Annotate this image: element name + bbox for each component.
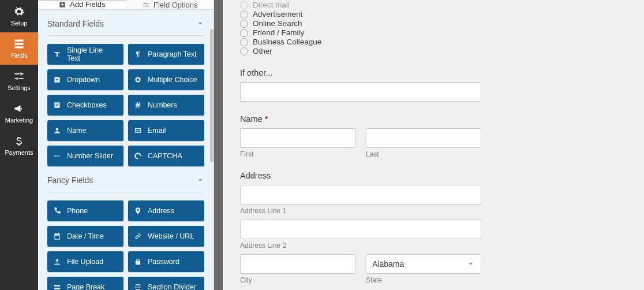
chevron-down-icon (467, 260, 475, 268)
sub-label: First (240, 150, 355, 158)
nav-fields[interactable]: Fields (0, 32, 38, 65)
field-button[interactable]: Dropdown (47, 69, 123, 90)
field-button[interactable]: Page Break (47, 277, 123, 290)
section-header[interactable]: Standard Fields (47, 18, 204, 36)
sub-label: Address Line 2 (240, 241, 481, 250)
last-name-input[interactable] (366, 128, 481, 148)
field-label: Number Slider (67, 152, 113, 160)
field-grid: Single Line TextParagraph TextDropdownMu… (47, 44, 204, 166)
field-button[interactable]: Single Line Text (47, 44, 123, 65)
field-button[interactable]: Number Slider (47, 146, 123, 166)
section-title: Standard Fields (47, 19, 104, 28)
field-label: If other... (240, 68, 481, 77)
field-button[interactable]: Multiple Choice (128, 69, 204, 90)
radio-option[interactable]: Advertisement (240, 10, 644, 18)
field-button[interactable]: Address (128, 200, 204, 221)
field-label: Name * (240, 114, 481, 124)
radio-option[interactable]: Friend / Family (240, 28, 644, 37)
field-label: Email (148, 127, 166, 135)
field-label: Checkboxes (67, 101, 107, 109)
field-label: Dropdown (67, 76, 100, 84)
nav-setup[interactable]: Setup (0, 0, 38, 32)
sub-label: Last (366, 150, 481, 158)
sub-label: State (366, 276, 481, 284)
field-button[interactable]: Name (47, 120, 123, 141)
tab-add-fields[interactable]: Add Fields (38, 0, 126, 9)
field-button[interactable]: Paragraph Text (128, 44, 204, 65)
sub-label: City (240, 276, 355, 284)
radio-label: Other (253, 47, 272, 55)
nav-payments[interactable]: Payments (0, 129, 38, 162)
field-options-icon (142, 1, 150, 9)
radio-option[interactable]: Other (240, 47, 644, 55)
field-button[interactable]: Website / URL (128, 226, 204, 247)
tab-field-options[interactable]: Field Options (126, 0, 214, 9)
field-button[interactable]: Numbers (128, 95, 204, 116)
field-label: Phone (67, 207, 88, 215)
state-select[interactable]: Alabama (366, 254, 481, 274)
user-icon (53, 127, 61, 135)
captcha-icon (134, 152, 142, 160)
pilcrow-icon (134, 50, 142, 58)
field-button[interactable]: Phone (47, 200, 123, 221)
address-line2-input[interactable] (240, 220, 481, 239)
field-label: CAPTCHA (148, 152, 182, 160)
address-field: Address Address Line 1 Address Line 2 Ci… (240, 171, 481, 284)
slider-icon (53, 152, 61, 160)
chevron-down-icon (196, 176, 204, 184)
field-label: Address (148, 207, 174, 215)
radio-icon (240, 10, 248, 18)
field-label: Website / URL (148, 232, 194, 240)
field-label: Date / Time (67, 232, 104, 240)
address-line1-input[interactable] (240, 185, 481, 205)
form-preview: Direct mailAdvertisementOnline SearchFri… (214, 0, 644, 290)
caret-down-sq-icon (53, 76, 61, 84)
radio-label: Online Search (253, 19, 302, 28)
radio-icon (240, 29, 248, 37)
radio-icon (240, 20, 248, 28)
if-other-field: If other... (240, 68, 481, 102)
phone-icon (53, 207, 61, 215)
add-fields-icon (58, 1, 66, 9)
field-button[interactable]: Password (128, 251, 204, 272)
city-input[interactable] (240, 254, 355, 274)
radio-label: Advertisement (253, 10, 302, 18)
field-button[interactable]: File Upload (47, 251, 123, 272)
field-label: Multiple Choice (148, 76, 197, 84)
radio-icon (134, 76, 142, 84)
chevron-down-icon (196, 20, 204, 28)
field-button[interactable]: Date / Time (47, 226, 123, 247)
field-label: Numbers (148, 101, 177, 109)
field-label: Name (67, 127, 86, 135)
state-value: Alabama (372, 259, 404, 269)
required-mark: * (265, 114, 268, 124)
field-label: File Upload (67, 258, 103, 266)
field-button[interactable]: Email (128, 120, 204, 141)
sidebar-tabs: Add Fields Field Options (38, 0, 214, 10)
first-name-input[interactable] (240, 128, 355, 148)
field-button[interactable]: Checkboxes (47, 95, 123, 116)
field-section: Fancy FieldsPhoneAddressDate / TimeWebsi… (38, 166, 214, 290)
if-other-input[interactable] (240, 82, 481, 102)
field-grid: PhoneAddressDate / TimeWebsite / URLFile… (47, 200, 204, 290)
field-button[interactable]: Section Divider (128, 277, 204, 290)
radio-option[interactable]: Direct mail (240, 1, 644, 9)
name-field: Name * First Last (240, 114, 481, 158)
break-icon (53, 283, 61, 290)
nav-marketing[interactable]: Marketing (0, 97, 38, 129)
section-header[interactable]: Fancy Fields (47, 174, 204, 192)
gear-icon (13, 6, 25, 17)
tab-label: Add Fields (70, 0, 105, 9)
field-button[interactable]: CAPTCHA (128, 146, 204, 166)
radio-icon (240, 1, 248, 9)
sub-label: Address Line 1 (240, 207, 481, 215)
radio-option[interactable]: Business Colleague (240, 38, 644, 46)
nav-label: Payments (5, 149, 33, 156)
upload-icon (53, 258, 61, 266)
sidebar-scrollbar[interactable] (210, 29, 214, 162)
nav-label: Setup (11, 20, 28, 27)
nav-settings[interactable]: Settings (0, 65, 38, 97)
mail-icon (134, 127, 142, 135)
radio-option[interactable]: Online Search (240, 19, 644, 28)
field-section: Standard FieldsSingle Line TextParagraph… (38, 10, 214, 166)
